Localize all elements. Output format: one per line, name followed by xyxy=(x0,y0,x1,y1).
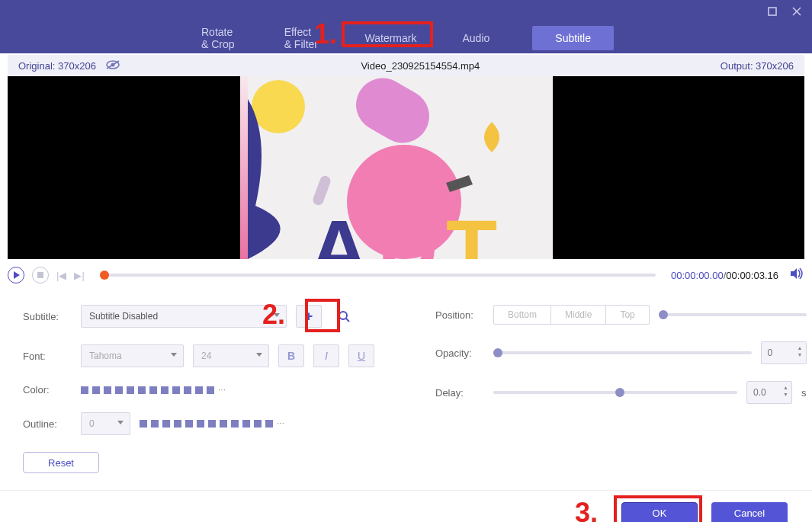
swatch[interactable] xyxy=(184,386,191,394)
font-size-select[interactable]: 24 xyxy=(193,344,269,367)
stop-button[interactable] xyxy=(32,267,49,283)
position-segment[interactable]: Bottom Middle Top xyxy=(493,305,650,325)
spinner-arrows[interactable]: ▲▼ xyxy=(783,384,788,398)
underline-button[interactable]: U xyxy=(348,344,374,367)
tab-rotate-crop[interactable]: Rotate & Crop xyxy=(198,20,242,56)
swatch[interactable] xyxy=(162,420,170,428)
opacity-label: Opacity: xyxy=(435,347,484,359)
swatch[interactable] xyxy=(185,420,193,428)
swatch[interactable] xyxy=(231,420,239,428)
opacity-slider[interactable] xyxy=(493,351,752,354)
play-button[interactable] xyxy=(8,267,24,283)
delay-spinner[interactable]: 0.0▲▼ xyxy=(746,381,792,404)
position-middle[interactable]: Middle xyxy=(551,306,606,324)
swatch[interactable] xyxy=(138,386,146,394)
filename-label: Video_230925154554.mp4 xyxy=(131,60,710,72)
caret-icon xyxy=(171,353,177,357)
slider-thumb[interactable] xyxy=(659,310,668,319)
swatch[interactable] xyxy=(151,420,159,428)
subtitle-select[interactable]: Subtitle Disabled xyxy=(81,305,287,328)
swatch[interactable] xyxy=(197,420,204,428)
swatch[interactable] xyxy=(92,386,100,394)
volume-icon[interactable] xyxy=(791,268,804,282)
preview-toggle-icon[interactable] xyxy=(105,59,120,72)
font-label: Font: xyxy=(23,351,72,362)
color-label: Color: xyxy=(23,384,72,396)
titlebar xyxy=(0,0,812,23)
annotation-number-2: 2. xyxy=(262,299,285,331)
font-size-value: 24 xyxy=(201,351,211,361)
swatch[interactable] xyxy=(254,420,262,428)
position-bottom[interactable]: Bottom xyxy=(494,306,551,324)
swatch[interactable] xyxy=(174,420,181,428)
delay-slider[interactable] xyxy=(493,391,737,394)
slider-thumb[interactable] xyxy=(493,348,502,357)
seek-thumb[interactable] xyxy=(100,271,109,280)
outline-swatches[interactable]: ··· xyxy=(140,420,284,428)
timecode: 00:00:00.00/00:00:03.16 xyxy=(671,270,778,281)
outline-size-select[interactable]: 0 xyxy=(81,412,130,435)
tab-subtitle[interactable]: Subtitle xyxy=(532,26,614,50)
settings-panel: Subtitle: Subtitle Disabled + 2. Font: T… xyxy=(23,305,789,490)
tab-audio[interactable]: Audio xyxy=(459,26,493,50)
close-button[interactable] xyxy=(789,4,804,19)
svg-rect-0 xyxy=(769,8,776,15)
caret-icon xyxy=(256,353,262,357)
preview-art-right: A D T xyxy=(248,76,553,259)
footer: 3. OK Cancel xyxy=(0,490,812,522)
maximize-button[interactable] xyxy=(765,4,780,19)
outline-value: 0 xyxy=(89,418,95,429)
swatch[interactable] xyxy=(242,420,250,428)
swatch[interactable] xyxy=(149,386,157,394)
spinner-arrows[interactable]: ▲▼ xyxy=(798,344,803,358)
position-top[interactable]: Top xyxy=(606,306,648,324)
annotation-box-2 xyxy=(305,299,340,332)
position-slider[interactable] xyxy=(659,313,807,316)
swatch[interactable] xyxy=(207,386,214,394)
swatch[interactable] xyxy=(172,386,180,394)
swatch[interactable] xyxy=(81,386,88,394)
svg-point-17 xyxy=(339,312,347,319)
italic-button[interactable]: I xyxy=(313,344,339,367)
delay-unit: s xyxy=(801,387,807,399)
annotation-box-3 xyxy=(614,495,702,522)
swatch[interactable] xyxy=(115,386,123,394)
slider-thumb[interactable] xyxy=(615,388,624,397)
svg-marker-14 xyxy=(14,271,20,279)
next-frame-button[interactable]: ▶| xyxy=(74,270,84,281)
more-outline-button[interactable]: ··· xyxy=(277,420,284,428)
caret-icon xyxy=(117,421,124,424)
swatch[interactable] xyxy=(104,386,111,394)
time-current: 00:00:00.00 xyxy=(671,270,724,281)
color-swatches[interactable]: ··· xyxy=(81,386,226,394)
output-size-label: Output: 370x206 xyxy=(721,60,794,72)
annotation-box-1 xyxy=(342,21,433,47)
video-preview: A D T xyxy=(8,76,804,259)
swatch[interactable] xyxy=(140,420,147,428)
bold-button[interactable]: B xyxy=(278,344,304,367)
delay-value: 0.0 xyxy=(753,387,766,398)
position-label: Position: xyxy=(435,309,484,321)
reset-button[interactable]: Reset xyxy=(23,452,99,473)
seek-slider[interactable] xyxy=(100,274,656,277)
annotation-number-3: 3. xyxy=(575,497,598,522)
delay-label: Delay: xyxy=(435,387,484,399)
playback-controls: |◀ ▶| 00:00:00.00/00:00:03.16 xyxy=(8,264,804,287)
cancel-button[interactable]: Cancel xyxy=(711,502,788,523)
more-colors-button[interactable]: ··· xyxy=(218,386,226,394)
time-duration: 00:00:03.16 xyxy=(726,270,778,281)
subtitle-label: Subtitle: xyxy=(23,311,72,322)
swatch[interactable] xyxy=(265,420,273,428)
right-column: Position: Bottom Middle Top Opacity: 0▲▼… xyxy=(435,305,807,490)
opacity-spinner[interactable]: 0▲▼ xyxy=(761,341,807,364)
svg-line-18 xyxy=(346,319,349,322)
info-bar: Original: 370x206 Video_230925154554.mp4… xyxy=(8,55,804,76)
font-name-select[interactable]: Tahoma xyxy=(81,344,184,367)
swatch[interactable] xyxy=(161,386,168,394)
prev-frame-button[interactable]: |◀ xyxy=(56,270,66,281)
swatch[interactable] xyxy=(195,386,203,394)
swatch[interactable] xyxy=(208,420,216,428)
swatch[interactable] xyxy=(220,420,227,428)
swatch[interactable] xyxy=(127,386,134,394)
svg-text:T: T xyxy=(446,202,497,259)
